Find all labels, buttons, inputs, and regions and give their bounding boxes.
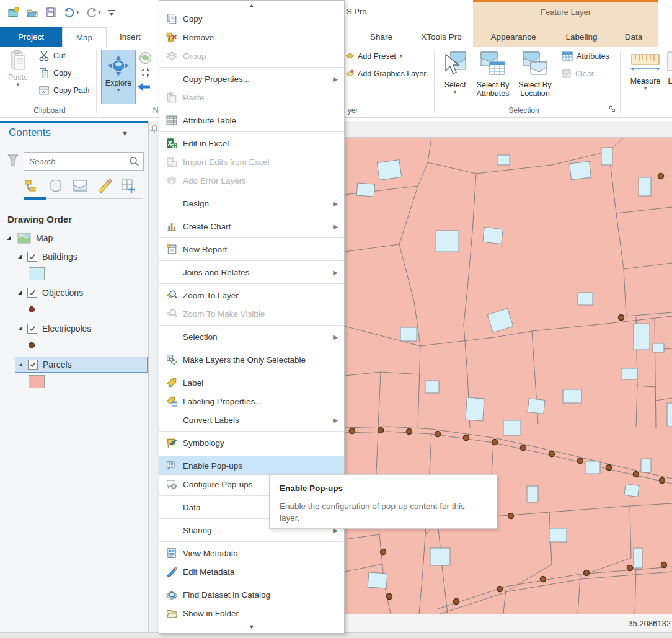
view-data-source-button[interactable] [48,178,64,194]
tree-item-label: Map [36,233,53,243]
attributes-button[interactable]: Attributes [562,51,609,61]
menu-item-enable-pop-ups[interactable]: Enable Pop-ups [159,456,344,475]
menu-item-make-layers-the-only-selectable[interactable]: Make Layers the Only Selectable [159,350,344,369]
menu-item-edit-in-excel[interactable]: Edit in Excel [159,134,344,153]
menu-item-symbology[interactable]: Symbology [159,433,344,452]
tree-item-electricpoles[interactable]: Electricpoles [16,321,91,337]
undo-caret[interactable]: ▾ [76,10,79,16]
paste-button[interactable]: Paste ▾ [4,50,32,104]
menu-item-labeling-properties[interactable]: Labeling Properties... [159,392,344,410]
no-icon [165,197,179,210]
redo-button[interactable]: ▾ [84,6,103,19]
menu-item-edit-metadata[interactable]: Edit Metadata [159,562,344,581]
legend-swatch-parcels[interactable] [29,375,45,388]
tab-insert[interactable]: Insert [107,27,154,47]
paste-caret[interactable]: ▾ [17,82,20,87]
legend-swatch-buildings[interactable] [29,267,45,280]
menu-separator [159,237,344,238]
expand-arrow-icon[interactable] [16,253,24,260]
search-input[interactable] [29,153,128,169]
expand-arrow-icon[interactable] [16,289,24,296]
add-graphics-layer-button[interactable]: Add Graphics Layer [346,69,426,78]
tree-item-map-root[interactable]: Map [5,230,53,246]
save-project-button[interactable] [43,5,58,20]
fixed-zoom-button[interactable] [139,66,152,79]
measure-button[interactable]: Measure ▾ [626,50,665,91]
copy-path-button[interactable]: Copy Path [38,85,89,96]
menu-item-zoom-to-layer[interactable]: Zoom To Layer [159,286,344,304]
legend-dot-objections[interactable] [29,306,35,312]
zoom-to-layer-icon [165,289,179,301]
cut-button[interactable]: Cut [38,50,65,61]
menu-item-new-report[interactable]: New Report [159,240,344,259]
tab-labeling[interactable]: Labeling [553,27,610,47]
undo-button[interactable]: ▾ [62,6,81,19]
filter-icon[interactable] [6,153,20,168]
expand-arrow-icon[interactable] [5,234,12,242]
select-caret[interactable]: ▾ [454,89,457,95]
measure-caret[interactable]: ▾ [644,86,647,91]
map-canvas[interactable] [345,138,672,614]
expand-arrow-icon[interactable] [17,361,24,368]
tree-item-objections[interactable]: Objections [16,285,83,301]
pane-splitter[interactable] [149,121,159,632]
menu-item-show-in-folder[interactable]: Show in Folder [159,604,344,622]
explore-button[interactable]: Explore ▾ [101,50,136,104]
new-project-button[interactable] [6,5,21,20]
menu-item-find-dataset-in-catalog[interactable]: Find Dataset in Catalog [159,585,344,604]
open-project-button[interactable] [25,5,40,20]
copy-path-label: Copy Path [53,86,89,95]
legend-dot-electricpoles[interactable] [29,342,35,348]
tree-item-label: Parcels [43,360,72,370]
copy-button[interactable]: Copy [38,68,71,79]
redo-caret[interactable]: ▾ [99,10,102,16]
layer-visibility-checkbox[interactable] [27,252,37,262]
pin-icon[interactable] [151,125,158,134]
explore-caret[interactable]: ▾ [117,87,120,93]
layer-visibility-checkbox[interactable] [28,360,38,370]
selection-dialog-launcher[interactable] [609,105,616,113]
menu-item-remove[interactable]: Remove [159,28,344,47]
layer-visibility-checkbox[interactable] [27,324,37,334]
view-editing-button[interactable] [96,178,112,194]
menu-item-label[interactable]: Label [159,373,344,392]
previous-extent-button[interactable] [136,81,151,92]
menu-scroll-down[interactable]: ▼ [159,622,344,631]
menu-item-design[interactable]: Design▶ [159,194,344,213]
tree-item-buildings[interactable]: Buildings [16,249,77,265]
copy-icon [165,12,179,25]
add-preset-button[interactable]: Add Preset ▾ [346,51,402,61]
menu-scroll-up[interactable]: ▲ [159,1,344,9]
select-button[interactable]: Select ▾ [439,50,471,95]
menu-item-view-metadata[interactable]: View Metadata [159,544,344,562]
pane-menu-caret[interactable]: ▼ [122,130,128,137]
menu-item-attribute-table[interactable]: Attribute Table [159,111,344,130]
tab-share[interactable]: Share [360,27,403,47]
tab-project[interactable]: Project [0,27,62,47]
menu-item-joins-and-relates[interactable]: Joins and Relates▶ [159,263,344,281]
view-drawing-order-button[interactable] [24,178,40,194]
menu-item-create-chart[interactable]: Create Chart▶ [159,217,344,236]
locate-button-partial[interactable]: L [666,50,672,86]
tree-item-parcels[interactable]: Parcels [15,357,148,373]
view-snapping-button[interactable] [120,178,136,194]
tab-data[interactable]: Data [612,27,655,47]
menu-item-copy-properties[interactable]: Copy Properties...▶ [159,69,344,88]
menu-item-selection[interactable]: Selection▶ [159,327,344,346]
electric-pole-point [497,587,503,592]
select-by-location-button[interactable]: Select By Location [517,50,553,98]
view-selection-button[interactable] [72,178,88,194]
tab-appearance[interactable]: Appearance [477,27,549,47]
menu-item-convert-labels[interactable]: Convert Labels▶ [159,410,344,429]
menu-item-copy[interactable]: Copy [159,9,344,28]
full-extent-button[interactable] [139,51,152,64]
tab-map[interactable]: Map [62,27,107,47]
layer-visibility-checkbox[interactable] [27,288,37,298]
tab-xtools-pro[interactable]: XTools Pro [409,27,474,47]
customize-quick-access-button[interactable] [106,6,117,19]
tree-item-label: Buildings [42,252,77,262]
menu-separator [159,583,344,583]
expand-arrow-icon[interactable] [16,325,24,332]
select-by-attributes-button[interactable]: Select By Attributes [475,50,511,98]
search-icon[interactable] [129,156,139,167]
